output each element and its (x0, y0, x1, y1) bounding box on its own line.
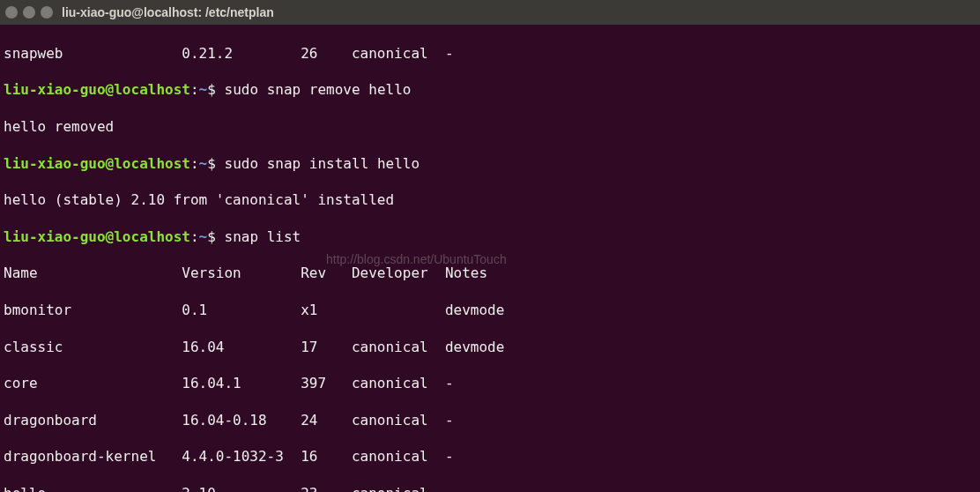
table-header: Name Version Rev Developer Notes (4, 265, 976, 283)
table-row: classic 16.04 17 canonical devmode (4, 339, 976, 357)
prompt-at: @ (106, 81, 115, 98)
prompt-path: ~ (199, 81, 208, 98)
prompt-line: liu-xiao-guo@localhost:~$ snap list (4, 228, 976, 247)
prompt-host: localhost (114, 81, 190, 98)
command-text: sudo snap install hello (225, 155, 420, 172)
prompt-line: liu-xiao-guo@localhost:~$ sudo snap inst… (4, 155, 976, 174)
output-line: hello (stable) 2.10 from 'canonical' ins… (4, 191, 976, 210)
command-text: sudo snap remove hello (225, 81, 412, 98)
table-row: hello 2.10 23 canonical - (4, 485, 976, 492)
prompt-user: liu-xiao-guo (4, 81, 106, 98)
table-row: dragonboard-kernel 4.4.0-1032-3 16 canon… (4, 448, 976, 466)
output-line: hello removed (4, 118, 976, 137)
output-line: snapweb 0.21.2 26 canonical - (4, 45, 976, 63)
window-title: liu-xiao-guo@localhost: /etc/netplan (62, 4, 274, 20)
prompt-colon: : (190, 81, 199, 98)
window-titlebar: liu-xiao-guo@localhost: /etc/netplan (0, 0, 980, 25)
prompt-line: liu-xiao-guo@localhost:~$ sudo snap remo… (4, 81, 976, 100)
maximize-icon[interactable] (41, 6, 53, 19)
terminal-output[interactable]: snapweb 0.21.2 26 canonical - liu-xiao-g… (0, 25, 980, 492)
table-row: bmonitor 0.1 x1 devmode (4, 302, 976, 320)
table-row: core 16.04.1 397 canonical - (4, 375, 976, 393)
close-icon[interactable] (5, 6, 18, 19)
minimize-icon[interactable] (23, 6, 35, 19)
table-row: dragonboard 16.04-0.18 24 canonical - (4, 412, 976, 430)
prompt-dollar: $ (207, 81, 216, 98)
command-text: snap list (225, 228, 301, 245)
